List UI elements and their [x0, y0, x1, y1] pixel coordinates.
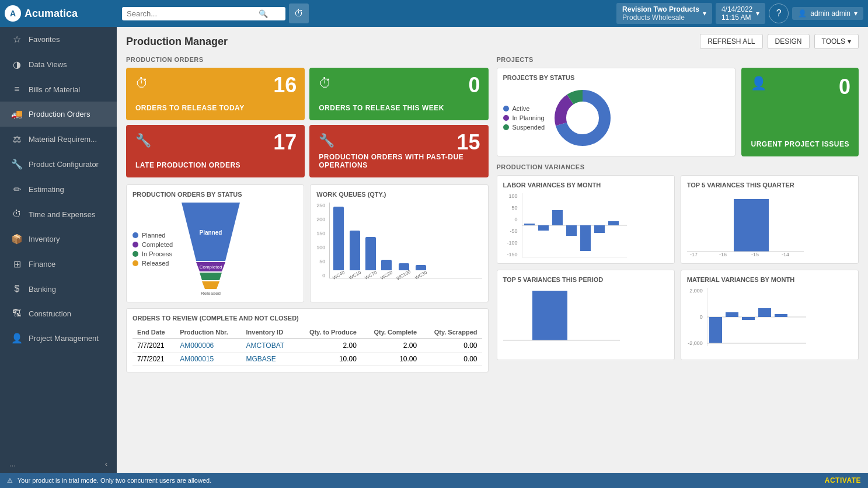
- company-selector[interactable]: Revision Two Products Products Wholesale…: [616, 3, 712, 24]
- inventory-id-link[interactable]: MGBASE: [246, 355, 276, 363]
- bar: [381, 260, 392, 270]
- bar-label: WC70: [364, 270, 378, 281]
- chevron-down-icon: ▾: [703, 9, 706, 18]
- funnel-svg: Planned Completed Released: [179, 203, 243, 296]
- trial-text: Your product is in trial mode. Only two …: [18, 477, 211, 484]
- kpi-orders-week[interactable]: ⏱ 0 ORDERS TO RELEASE THIS WEEK: [309, 68, 488, 120]
- col-end-date: End Date: [133, 326, 175, 339]
- dollar-icon: $: [11, 284, 23, 294]
- material-variances-svg: [707, 288, 806, 346]
- legend-label: In Process: [142, 250, 172, 257]
- kpi-past-due[interactable]: 🔧 15 PRODUCTION ORDERS WITH PAST-DUE OPE…: [309, 125, 488, 177]
- planned-dot: [133, 232, 138, 238]
- cell-qty-scrapped: 0.00: [421, 339, 482, 353]
- cell-inventory-id: MGBASE: [242, 353, 297, 366]
- legend-label: Completed: [142, 241, 173, 248]
- sidebar-item-data-views[interactable]: ◑ Data Views: [0, 52, 117, 77]
- prod-nbr-link[interactable]: AM000015: [180, 355, 214, 363]
- cell-qty-complete: 2.00: [361, 339, 421, 353]
- sidebar-item-bills-of-material[interactable]: ≡ Bills of Material: [0, 77, 117, 102]
- sidebar-item-time-expenses[interactable]: ⏱ Time and Expenses: [0, 202, 117, 226]
- sidebar-collapse-button[interactable]: ‹: [105, 459, 107, 468]
- search-input[interactable]: [127, 9, 255, 18]
- legend-active: Active: [503, 105, 545, 112]
- star-icon: ☆: [11, 34, 23, 45]
- production-orders-section: PRODUCTION ORDERS ⏱ 16 ORDERS TO RELEASE…: [126, 56, 489, 177]
- svg-rect-16: [580, 225, 591, 251]
- sidebar-item-material-requirements[interactable]: ⚖ Material Requirem...: [0, 127, 117, 152]
- datetime-selector[interactable]: 4/14/2022 11:15 AM ▾: [716, 3, 765, 24]
- projects-legend: Active In Planning Suspended: [503, 105, 545, 131]
- more-label[interactable]: ...: [9, 459, 16, 468]
- search-icon[interactable]: 🔍: [259, 9, 268, 18]
- svg-rect-30: [709, 317, 722, 343]
- bar: [365, 237, 376, 270]
- activate-button[interactable]: ACTIVATE: [825, 476, 861, 484]
- sidebar-label-production: Production Orders: [29, 110, 90, 118]
- chart-title: PROJECTS BY STATUS: [503, 74, 730, 81]
- refresh-all-button[interactable]: REFRESH ALL: [700, 34, 762, 49]
- urgent-project-issues-card[interactable]: 👤 0 URGENT PROJECT ISSUES: [741, 68, 859, 156]
- svg-rect-33: [758, 308, 771, 317]
- sidebar-label-banking: Banking: [29, 285, 56, 294]
- wrench-icon: 🔧: [135, 133, 151, 148]
- legend-label: Released: [142, 260, 169, 267]
- sidebar-item-banking[interactable]: $ Banking: [0, 277, 117, 301]
- history-button[interactable]: ⏱: [289, 4, 309, 23]
- kpi-orders-today[interactable]: ⏱ 16 ORDERS TO RELEASE TODAY: [126, 68, 305, 120]
- col-qty-produce: Qty. to Produce: [296, 326, 361, 339]
- sidebar-item-inventory[interactable]: 📦 Inventory: [0, 226, 117, 252]
- kpi-label: PRODUCTION ORDERS WITH PAST-DUE OPERATIO…: [319, 153, 479, 169]
- kpi-label: ORDERS TO RELEASE TODAY: [135, 104, 245, 112]
- wq-bar-wc30: WC30: [414, 265, 427, 278]
- pencil-icon: ✏: [11, 184, 23, 195]
- sidebar: ☆ Favorites ◑ Data Views ≡ Bills of Mate…: [0, 27, 117, 473]
- col-qty-complete: Qty. Complete: [361, 326, 421, 339]
- sidebar-item-estimating[interactable]: ✏ Estimating: [0, 177, 117, 202]
- sidebar-label-data-views: Data Views: [29, 60, 67, 69]
- prod-nbr-link[interactable]: AM000006: [180, 341, 214, 350]
- sidebar-label-favorites: Favorites: [29, 35, 60, 44]
- col-qty-scrapped: Qty. Scrapped: [421, 326, 482, 339]
- wq-bar-wc20: WC20: [380, 260, 393, 278]
- kpi-late-orders[interactable]: 🔧 17 LATE PRODUCTION ORDERS: [126, 125, 305, 177]
- trial-message: ⚠ Your product is in trial mode. Only tw…: [7, 477, 211, 484]
- cell-end-date: 7/7/2021: [133, 353, 175, 366]
- app-logo[interactable]: A Acumatica: [5, 5, 118, 22]
- tools-button[interactable]: TOOLS ▾: [814, 34, 859, 49]
- sidebar-item-product-configurator[interactable]: 🔧 Product Configurator: [0, 152, 117, 177]
- truck-icon: 🚚: [11, 109, 23, 120]
- svg-rect-21: [734, 199, 769, 252]
- legend-label: Planned: [142, 232, 165, 239]
- sidebar-label-finance: Finance: [29, 260, 55, 269]
- user-icon: 👤: [798, 9, 807, 18]
- list-icon: ≡: [11, 84, 23, 95]
- svg-rect-32: [742, 317, 755, 320]
- sidebar-item-favorites[interactable]: ☆ Favorites: [0, 27, 117, 52]
- app-name: Acumatica: [25, 8, 78, 20]
- sidebar-item-construction[interactable]: 🏗 Construction: [0, 301, 117, 326]
- bar-label: WC40: [332, 270, 346, 281]
- chart-title: LABOR VARIANCES BY MONTH: [503, 182, 668, 189]
- main-content: Production Manager REFRESH ALL DESIGN TO…: [117, 27, 868, 473]
- production-orders-label: PRODUCTION ORDERS: [126, 56, 489, 63]
- lv-y-axis: 100 50 0 -50 -100 -150: [503, 193, 520, 257]
- svg-rect-13: [538, 225, 549, 231]
- clock-icon: ⏱: [11, 209, 23, 219]
- user-menu[interactable]: 👤 admin admin ▾: [792, 7, 863, 20]
- design-button[interactable]: DESIGN: [768, 34, 810, 49]
- svg-text:-15: -15: [751, 252, 759, 257]
- sidebar-item-project-management[interactable]: 👤 Project Management: [0, 326, 117, 351]
- inventory-id-link[interactable]: AMCTOBAT: [246, 341, 285, 350]
- help-button[interactable]: ?: [769, 4, 789, 23]
- active-dot: [503, 106, 509, 111]
- sidebar-item-finance[interactable]: ⊞ Finance: [0, 252, 117, 277]
- top5-quarter-chart: TOP 5 VARIANCES THIS QUARTER -17 -16 -15…: [681, 175, 859, 264]
- person-icon: 👤: [11, 333, 23, 344]
- search-bar[interactable]: 🔍: [122, 7, 285, 20]
- top5-period-chart: TOP 5 VARIANCES THIS PERIOD: [497, 270, 675, 360]
- cell-prod-nbr: AM000006: [175, 339, 241, 353]
- suspended-dot: [503, 124, 509, 130]
- sidebar-label-inventory: Inventory: [29, 235, 60, 243]
- sidebar-item-production-orders[interactable]: 🚚 Production Orders: [0, 102, 117, 127]
